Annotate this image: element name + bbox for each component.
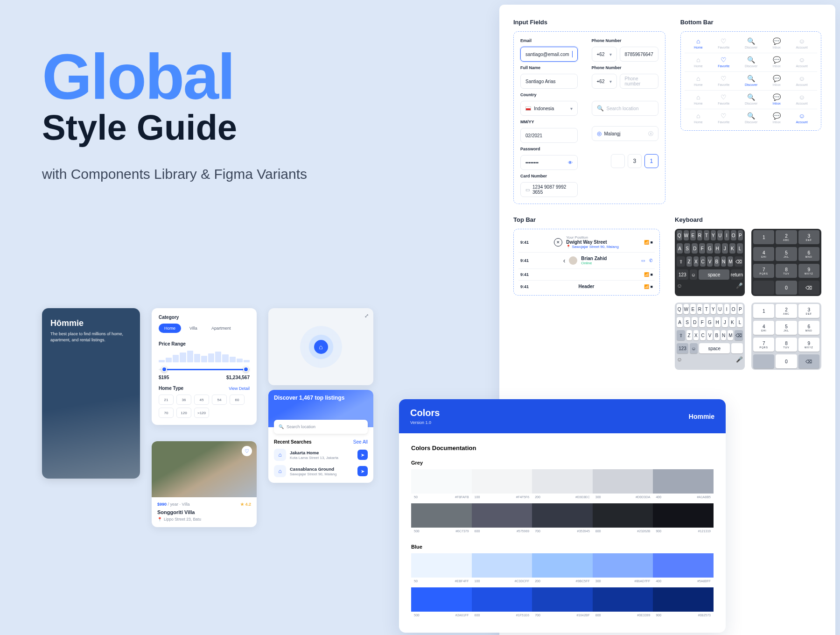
numkey-0[interactable]: 0 — [776, 281, 797, 295]
key-D[interactable]: D — [692, 317, 698, 327]
key-Z[interactable]: Z — [686, 330, 692, 340]
chip-villa[interactable]: Villa — [184, 324, 203, 333]
ht-36[interactable]: 36 — [176, 395, 191, 405]
delete-key[interactable]: ⌫ — [735, 256, 743, 267]
emoji-icon[interactable]: ☺ — [677, 356, 685, 363]
key-O[interactable]: O — [731, 304, 736, 314]
listing-card[interactable]: ♡ $990 / year · Villa ★ 4.2 Songgoriti V… — [152, 441, 257, 527]
delete-key[interactable]: ⌫ — [735, 330, 743, 340]
key-Q[interactable]: Q — [677, 304, 682, 314]
view-detail-link[interactable]: View Detail — [229, 386, 250, 391]
numkey-9[interactable]: 9WXYZ — [798, 264, 819, 278]
tab-favorite[interactable]: ♡Favorite — [718, 93, 729, 105]
return-key[interactable]: return — [731, 269, 743, 280]
key-J[interactable]: J — [722, 317, 728, 327]
tab-discover[interactable]: 🔍Discover — [745, 112, 757, 124]
tab-inbox[interactable]: 💬Inbox — [773, 75, 781, 86]
key-A[interactable]: A — [677, 243, 683, 254]
key-Y[interactable]: Y — [711, 230, 716, 240]
tab-home[interactable]: ⌂Home — [694, 93, 703, 105]
keyboard-qwerty-dark[interactable]: QWERTYUIOPASDFGHJKL⇧ZXCVBNM⌫123☺spaceret… — [675, 229, 745, 296]
quantity-stepper[interactable]: 3 1 — [592, 154, 658, 168]
key-O[interactable]: O — [731, 230, 736, 240]
numkey-3[interactable]: 3DEF — [798, 304, 819, 318]
tab-account[interactable]: ☺Account — [796, 112, 807, 124]
tab-favorite[interactable]: ♡Favorite — [718, 56, 729, 68]
location-input[interactable]: ◎Malangjⓧ — [592, 126, 658, 141]
country-code-select[interactable]: +62▾ — [592, 47, 617, 62]
shift-key[interactable]: ⇧ — [677, 256, 685, 267]
recent-item[interactable]: ⌂ Cassablanca Ground Sawojajar Street 90… — [274, 465, 368, 477]
numkey-4[interactable]: 4GHI — [753, 321, 774, 335]
see-all-link[interactable]: See All — [353, 439, 368, 444]
key-D[interactable]: D — [692, 243, 698, 254]
close-icon[interactable]: ✕ — [554, 238, 562, 247]
keyboard-numpad-dark[interactable]: 12ABC3DEF4GHI5JKL6MNO7PQRS8TUV9WXYZ0⌫ — [751, 229, 821, 296]
step-empty[interactable] — [611, 154, 625, 168]
phone-icon[interactable]: ✆ — [649, 258, 653, 263]
ht-70[interactable]: 70 — [159, 408, 174, 418]
email-input[interactable]: santiago@email.com — [520, 47, 578, 62]
key-S[interactable]: S — [684, 317, 690, 327]
ht-120plus[interactable]: >120 — [194, 408, 209, 418]
tab-account[interactable]: ☺Account — [796, 75, 807, 86]
emoji-icon[interactable]: ☺ — [677, 282, 685, 289]
tab-favorite[interactable]: ♡Favorite — [718, 75, 729, 86]
key-E[interactable]: E — [690, 230, 696, 240]
key-A[interactable]: A — [677, 317, 683, 327]
search-input[interactable]: 🔍 Search location — [274, 420, 368, 434]
key-V[interactable]: V — [707, 256, 713, 267]
mmyy-input[interactable]: 02/2021 — [520, 128, 578, 143]
key-W[interactable]: W — [684, 304, 689, 314]
key-M[interactable]: M — [728, 256, 733, 267]
numkey-2[interactable]: 2ABC — [776, 230, 797, 244]
tab-inbox[interactable]: 💬Inbox — [773, 93, 781, 105]
clear-icon[interactable]: ⓧ — [648, 130, 653, 137]
eye-icon[interactable]: 👁 — [568, 160, 573, 165]
delete-key[interactable]: ⌫ — [798, 281, 819, 295]
mic-icon[interactable]: 🎤 — [735, 356, 743, 363]
key-H[interactable]: H — [714, 317, 721, 327]
expand-icon[interactable]: ⤢ — [364, 313, 369, 319]
tab-account[interactable]: ☺Account — [796, 93, 807, 105]
key-T[interactable]: T — [704, 230, 709, 240]
key-T[interactable]: T — [704, 304, 709, 314]
step-3[interactable]: 3 — [628, 154, 642, 168]
num-key[interactable]: 123 — [677, 269, 688, 280]
search-location-input[interactable]: 🔍Search location — [592, 101, 658, 116]
back-icon[interactable]: ‹ — [563, 257, 566, 264]
num-key[interactable]: 123 — [677, 343, 688, 353]
mic-icon[interactable]: 🎤 — [735, 282, 743, 289]
tab-discover[interactable]: 🔍Discover — [745, 75, 757, 86]
numkey-3[interactable]: 3DEF — [798, 230, 819, 244]
go-key[interactable]: Go — [731, 343, 743, 353]
key-P[interactable]: P — [738, 304, 743, 314]
tab-inbox[interactable]: 💬Inbox — [773, 56, 781, 68]
tab-account[interactable]: ☺Account — [796, 37, 807, 49]
key-Y[interactable]: Y — [711, 304, 716, 314]
key-C[interactable]: C — [700, 330, 706, 340]
key-P[interactable]: P — [738, 230, 743, 240]
key-K[interactable]: K — [729, 243, 735, 254]
map-card[interactable]: ⤢ ⌂ — [268, 308, 373, 385]
key-V[interactable]: V — [707, 330, 713, 340]
chip-apartment[interactable]: Apartment — [206, 324, 237, 333]
key-B[interactable]: B — [714, 330, 720, 340]
price-slider[interactable] — [159, 369, 250, 370]
tab-home[interactable]: ⌂Home — [694, 112, 703, 124]
numkey-8[interactable]: 8TUV — [776, 338, 797, 352]
key-L[interactable]: L — [737, 317, 743, 327]
ht-60[interactable]: 60 — [230, 395, 245, 405]
key-U[interactable]: U — [717, 230, 723, 240]
keyboard-qwerty-light[interactable]: QWERTYUIOPASDFGHJKL⇧ZXCVBNM⌫123☺spaceGo☺… — [675, 303, 745, 370]
card-input[interactable]: ▭1234 9087 9992 3655 — [520, 182, 578, 197]
tab-home[interactable]: ⌂Home — [694, 56, 703, 68]
numkey-7[interactable]: 7PQRS — [753, 338, 774, 352]
key-F[interactable]: F — [699, 317, 705, 327]
numkey-9[interactable]: 9WXYZ — [798, 338, 819, 352]
key-F[interactable]: F — [699, 243, 705, 254]
key-J[interactable]: J — [722, 243, 728, 254]
key-M[interactable]: M — [728, 330, 733, 340]
arrow-icon[interactable]: ➤ — [357, 466, 368, 476]
key-C[interactable]: C — [700, 256, 706, 267]
